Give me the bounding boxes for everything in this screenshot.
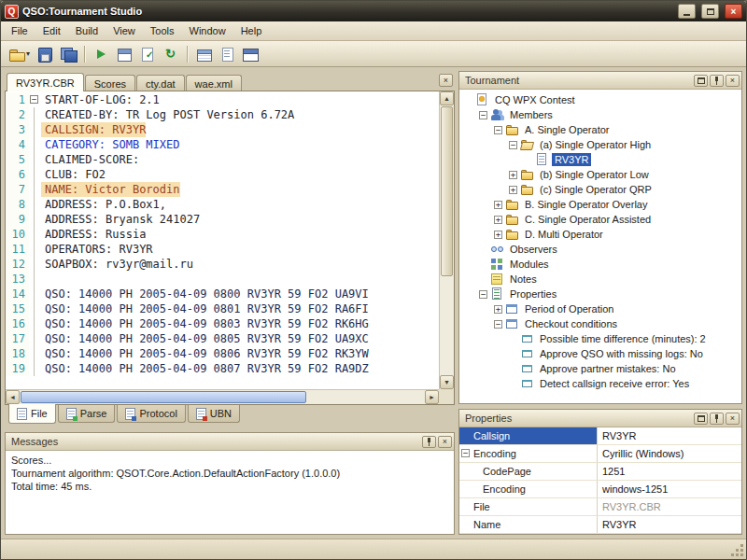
property-row-encoding[interactable]: Encodingwindows-1251 <box>459 481 741 498</box>
editor-tabs-close-button[interactable]: × <box>439 74 453 87</box>
editor-tab-wae-xml[interactable]: wae.xml <box>186 75 242 91</box>
tree-item-a-single-operator[interactable]: −A. Single Operator <box>462 122 741 137</box>
resize-grip[interactable] <box>732 545 744 557</box>
tree-item-possible-time-difference-minutes-2[interactable]: Possible time difference (minutes): 2 <box>462 331 741 346</box>
menu-file[interactable]: File <box>4 22 35 39</box>
property-value[interactable]: Cyrillic (Windows) <box>598 445 741 462</box>
editor-line[interactable]: 9ADDRESS: Bryansk 241027 <box>6 212 439 227</box>
editor-tab-scores[interactable]: Scores <box>85 75 135 91</box>
tree-item-b-single-operator-low[interactable]: +(b) Single Operator Low <box>462 167 741 182</box>
tree-item-observers[interactable]: Observers <box>462 242 741 257</box>
menu-tools[interactable]: Tools <box>143 22 182 39</box>
save-all-button[interactable] <box>57 43 79 64</box>
editor-line[interactable]: 6CLUB: FO2 <box>6 167 439 182</box>
editor-line[interactable]: 4CATEGORY: SOMB MIXED <box>6 137 439 152</box>
protocol-button[interactable] <box>216 43 238 64</box>
tab-parse[interactable]: Parse <box>58 405 116 423</box>
tab-protocol[interactable]: Protocol <box>117 405 185 423</box>
tree-item-detect-callsign-receive-error-yes[interactable]: Detect callsign receive error: Yes <box>462 376 741 391</box>
tournament-close-button[interactable]: × <box>726 75 740 87</box>
editor-line[interactable]: 8ADDRESS: P.O.Box1, <box>6 197 439 212</box>
tree-expander[interactable]: − <box>494 126 502 134</box>
tree-item-checkout-conditions[interactable]: −Checkout conditions <box>462 316 741 331</box>
editor-tab-rv3yr-cbr[interactable]: RV3YR.CBR <box>7 73 84 91</box>
properties-close-button[interactable]: × <box>726 413 740 425</box>
tree-item-modules[interactable]: Modules <box>462 257 741 272</box>
editor-line[interactable]: 11OPERATORS: RV3YR <box>6 242 439 257</box>
editor-line[interactable]: 10ADDRESS: Russia <box>6 227 439 242</box>
property-row-name[interactable]: NameRV3YR <box>459 516 741 534</box>
property-value[interactable]: RV3YR <box>598 516 741 533</box>
tree-item-c-single-operator-qrp[interactable]: +(c) Single Operator QRP <box>462 182 741 197</box>
tree-item-period-of-operation[interactable]: +Period of Operation <box>462 301 741 316</box>
vertical-scroll-thumb[interactable] <box>441 106 453 276</box>
editor-line[interactable]: 13 <box>6 272 439 287</box>
tournament-restore-button[interactable] <box>694 75 708 87</box>
tree-expander[interactable]: − <box>479 290 487 299</box>
restore-button[interactable] <box>701 4 719 19</box>
editor-line[interactable]: 17QSO: 14000 PH 2005-04-09 0805 RV3YR 59… <box>6 331 439 346</box>
editor-line[interactable]: 19QSO: 14000 PH 2005-04-09 0807 RV3YR 59… <box>6 361 439 376</box>
messages-pin-button[interactable] <box>422 436 436 448</box>
editor-line[interactable]: 16QSO: 14000 PH 2005-04-09 0803 RV3YR 59… <box>6 316 439 331</box>
messages-close-button[interactable]: × <box>438 436 452 448</box>
properties-pin-button[interactable] <box>710 413 724 425</box>
editor-line[interactable]: 2CREATED-BY: TR Log POST Version 6.72A <box>6 107 439 122</box>
minimize-button[interactable] <box>678 4 696 19</box>
tree-expander[interactable]: + <box>494 231 502 239</box>
tree-item-rv3yr[interactable]: RV3YR <box>462 152 741 167</box>
tab-ubn[interactable]: UBN <box>188 405 240 423</box>
property-value[interactable]: 1251 <box>598 463 741 480</box>
editor-line[interactable]: 18QSO: 14000 PH 2005-04-09 0806 RV3YR 59… <box>6 346 439 361</box>
property-value[interactable]: RV3YR <box>598 427 741 444</box>
tree-item-a-single-operator-high[interactable]: −(a) Single Operator High <box>462 137 741 152</box>
tree-item-b-single-operator-overlay[interactable]: +B. Single Operator Overlay <box>462 197 741 212</box>
menu-edit[interactable]: Edit <box>35 22 68 39</box>
tournament-pin-button[interactable] <box>710 75 724 87</box>
editor-line[interactable]: 14QSO: 14000 PH 2005-04-09 0800 RV3YR 59… <box>6 287 439 301</box>
tree-expander[interactable]: − <box>494 320 502 329</box>
build-button[interactable] <box>113 43 135 64</box>
menu-view[interactable]: View <box>106 22 143 39</box>
property-row-file[interactable]: FileRV3YR.CBR <box>459 498 741 516</box>
tree-expander[interactable]: − <box>509 141 517 149</box>
editor-line[interactable]: 15QSO: 14000 PH 2005-04-09 0801 RV3YR 59… <box>6 301 439 316</box>
save-button[interactable] <box>34 43 56 64</box>
scroll-left-button[interactable]: ◄ <box>6 390 20 404</box>
check-log-button[interactable] <box>136 43 159 64</box>
tree-item-approve-qso-with-missing-logs-no[interactable]: Approve QSO with missing logs: No <box>462 346 741 361</box>
tree-item-approve-partner-mistakes-no[interactable]: Approve partner mistakes: No <box>462 361 741 376</box>
tree-item-notes[interactable]: Notes <box>462 272 741 287</box>
tree-expander[interactable]: + <box>494 305 502 314</box>
editor-tab-cty-dat[interactable]: cty.dat <box>136 75 185 91</box>
property-row-codepage[interactable]: CodePage1251 <box>459 463 741 481</box>
menu-build[interactable]: Build <box>68 22 106 39</box>
tree-expander[interactable]: + <box>509 186 517 194</box>
properties-restore-button[interactable] <box>694 413 708 425</box>
refresh-button[interactable] <box>160 43 182 64</box>
property-value[interactable]: windows-1251 <box>598 481 741 497</box>
open-button[interactable]: ▾ <box>6 43 33 64</box>
close-button[interactable]: × <box>725 4 742 19</box>
horizontal-scroll-thumb[interactable] <box>21 391 306 403</box>
tree-item-members[interactable]: −Members <box>462 107 741 122</box>
report-button[interactable] <box>192 43 215 64</box>
menu-window[interactable]: Window <box>182 22 233 39</box>
editor-vertical-scrollbar[interactable]: ▲ ▼ <box>439 91 454 389</box>
scroll-right-button[interactable]: ► <box>425 390 439 404</box>
tree-expander[interactable]: + <box>494 216 502 224</box>
editor-line[interactable]: 3CALLSIGN: RV3YR <box>6 122 439 137</box>
tree-item-d-multi-operator[interactable]: +D. Multi Operator <box>462 227 741 242</box>
editor-line[interactable]: 12SOAPBOX: rv3yr@mail.ru <box>6 257 439 272</box>
editor-code-area[interactable]: 1−START-OF-LOG: 2.12CREATED-BY: TR Log P… <box>6 91 439 389</box>
editor-line[interactable]: 7NAME: Victor Borodin <box>6 182 439 197</box>
tab-file[interactable]: File <box>8 404 56 424</box>
run-button[interactable] <box>90 43 112 64</box>
editor-horizontal-scrollbar[interactable]: ◄ ► <box>6 389 439 404</box>
property-row-encoding[interactable]: −EncodingCyrillic (Windows) <box>459 445 741 463</box>
fold-collapse-icon[interactable]: − <box>30 95 38 104</box>
tree-item-properties[interactable]: −Properties <box>462 287 741 301</box>
property-row-callsign[interactable]: CallsignRV3YR <box>459 427 741 445</box>
tree-item-c-single-operator-assisted[interactable]: +C. Single Operator Assisted <box>462 212 741 227</box>
tree-item-cq-wpx-contest[interactable]: CQ WPX Contest <box>462 92 741 107</box>
